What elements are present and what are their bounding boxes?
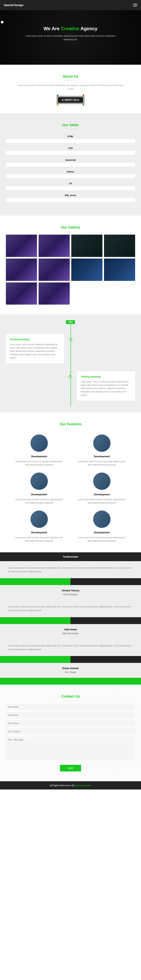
timeline-heading: Testing Heading xyxy=(10,338,60,341)
logo[interactable]: Special Design xyxy=(4,3,24,7)
feature-image xyxy=(93,434,111,452)
features-section: Our Features DevelopmentLorem ipsum dolo… xyxy=(0,412,141,552)
name-input[interactable] xyxy=(6,704,135,710)
skill-bar xyxy=(6,186,135,190)
message-input[interactable] xyxy=(6,737,135,760)
skill-item: CSS xyxy=(6,147,135,155)
email-input[interactable] xyxy=(6,712,135,718)
landing-title: We Are Creative Agency xyxy=(4,26,137,31)
skill-bar xyxy=(6,175,135,178)
testimonials-title: Testimonials xyxy=(0,552,141,561)
testimonial-quote: Lorem ipsum dolor sit amet consectetur a… xyxy=(0,561,141,578)
skills-section: Our Skills HTML CSS Javascript Python C#… xyxy=(0,113,141,216)
testimonial-quote: Lorem ipsum dolor sit amet consectetur a… xyxy=(0,639,141,656)
testimonial-author: Ahmed YousryWeb Designer xyxy=(0,585,141,600)
about-badge-wrap: ★ ABOUT US ★ xyxy=(6,96,135,103)
skill-bar xyxy=(6,151,135,155)
testimonial-divider xyxy=(0,678,141,685)
feature-image xyxy=(93,511,111,528)
gallery-title: Our Gallery xyxy=(6,225,135,232)
timeline-section: 2024 Testing Heading Lorem ipsum, dolor … xyxy=(0,314,141,412)
testimonial-author: Adel ImamWeb Developer xyxy=(0,624,141,639)
gallery-image[interactable] xyxy=(104,259,135,281)
testimonial-divider xyxy=(0,617,141,624)
timeline-item: Testing Heading Lorem ipsum, dolor sit a… xyxy=(6,334,64,363)
nav-bullets xyxy=(1,21,3,24)
gallery-image[interactable] xyxy=(6,235,37,257)
landing-section: We Are Creative Agency Lorem ipsum dolor… xyxy=(0,10,141,65)
header: Special Design xyxy=(0,0,141,10)
timeline-dot-icon xyxy=(69,375,71,378)
year-badge: 2024 xyxy=(66,320,75,324)
skill-bar xyxy=(6,198,135,202)
testimonial-quote: Lorem ipsum dolor sit amet consectetur a… xyxy=(0,600,141,617)
gallery-image[interactable] xyxy=(104,235,135,257)
skill-item: HTML xyxy=(6,135,135,143)
skill-item: Python xyxy=(6,170,135,178)
contact-section: Contact Us Send xyxy=(0,685,141,781)
feature-item: DevelopmentLorem ipsum dolor sit amet co… xyxy=(14,473,65,504)
subject-input[interactable] xyxy=(6,728,135,735)
testimonial-divider xyxy=(0,656,141,663)
about-badge: ★ ABOUT US ★ xyxy=(57,96,84,103)
skill-item: C# xyxy=(6,182,135,190)
footer-author-link[interactable]: Abanoub Edward xyxy=(74,784,91,786)
feature-image xyxy=(30,511,48,528)
feature-image xyxy=(30,434,48,452)
nav-bullet[interactable] xyxy=(1,21,3,23)
landing-desc: Lorem ipsum dolor sit amet consectetur a… xyxy=(22,34,119,41)
about-title: About Us xyxy=(6,75,135,81)
timeline-text: Lorem ipsum, dolor sit amet consectetur … xyxy=(10,343,60,360)
gallery-image[interactable] xyxy=(39,259,70,281)
hamburger-icon[interactable] xyxy=(133,3,137,7)
gallery-grid xyxy=(6,235,135,305)
testimonials-section: Testimonials Lorem ipsum dolor sit amet … xyxy=(0,552,141,685)
gallery-section: Our Gallery xyxy=(0,216,141,314)
gallery-image[interactable] xyxy=(71,235,102,257)
testimonial-author: Eman AhmedPen-Tester xyxy=(0,663,141,678)
gallery-image[interactable] xyxy=(71,259,102,281)
feature-item: DevelopmentLorem ipsum dolor sit amet co… xyxy=(14,434,65,466)
about-section: About Us Lorem ipsum dolor sit amet cons… xyxy=(0,65,141,113)
contact-form: Send xyxy=(6,704,135,772)
skill-bar xyxy=(6,163,135,167)
feature-item: DevelopmentLorem ipsum dolor sit amet co… xyxy=(76,473,127,504)
timeline-item: Testing Heading Lorem ipsum, dolor sit a… xyxy=(77,371,135,401)
feature-image xyxy=(30,473,48,490)
send-button[interactable]: Send xyxy=(60,765,81,772)
skill-item: Javascript xyxy=(6,159,135,167)
footer: All Rights Reserved to @ Abanoub Edward xyxy=(0,781,141,789)
skill-item: SQL server xyxy=(6,194,135,202)
skills-title: Our Skills xyxy=(6,123,135,129)
timeline-dot-icon xyxy=(70,338,72,340)
feature-item: DevelopmentLorem ipsum dolor sit amet co… xyxy=(14,511,65,542)
skill-bar xyxy=(6,139,135,143)
gallery-image[interactable] xyxy=(6,282,37,305)
features-title: Our Features xyxy=(6,422,135,428)
timeline-text: Lorem ipsum, dolor sit amet consectetur … xyxy=(81,380,131,397)
contact-title: Contact Us xyxy=(6,694,135,701)
timeline-heading: Testing Heading xyxy=(81,375,131,378)
gallery-image[interactable] xyxy=(39,282,70,305)
about-desc: Lorem ipsum dolor sit amet consectetur a… xyxy=(17,84,124,91)
feature-item: DevelopmentLorem ipsum dolor sit amet co… xyxy=(76,434,127,466)
feature-item: DevelopmentLorem ipsum dolor sit amet co… xyxy=(76,511,127,542)
phone-input[interactable] xyxy=(6,720,135,726)
feature-image xyxy=(93,473,111,490)
gallery-image[interactable] xyxy=(39,235,70,257)
gallery-image[interactable] xyxy=(6,259,37,281)
testimonial-divider xyxy=(0,578,141,585)
